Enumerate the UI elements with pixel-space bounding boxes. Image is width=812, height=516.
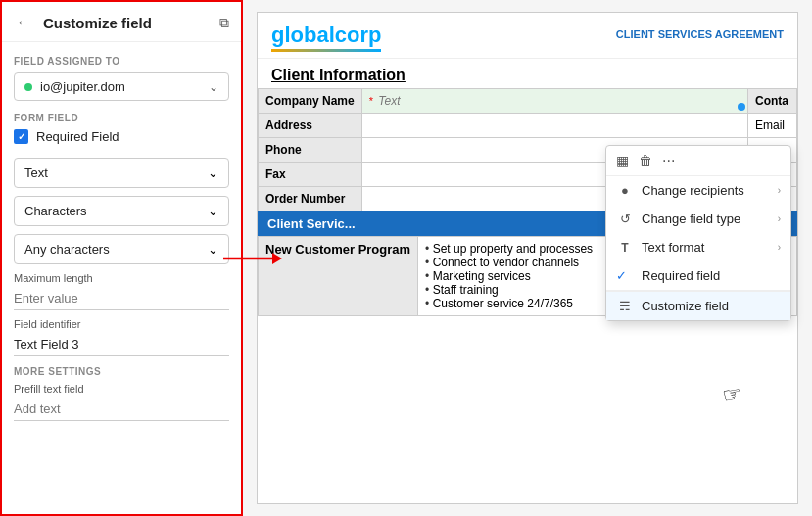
table-row: Company Name * Text Conta — [259, 89, 797, 114]
doc-header: globalcorp CLIENT SERVICES AGREEMENT — [258, 13, 797, 59]
field-identifier-label: Field identifier — [14, 318, 229, 330]
required-field-label: Required Field — [36, 129, 119, 144]
any-characters-dropdown[interactable]: Any characters ⌄ — [14, 234, 229, 264]
text-format-chevron-icon: › — [778, 242, 781, 253]
back-button[interactable]: ← — [12, 12, 35, 33]
more-options-icon[interactable]: ··· — [662, 152, 675, 169]
cursor-hand-icon: ☞ — [721, 380, 744, 408]
panel-header: ← Customize field ⧉ — [2, 2, 241, 42]
change-field-type-item[interactable]: ↺ Change field type › — [606, 205, 790, 233]
phone-field: Phone — [259, 138, 362, 163]
panel-content: FIELD ASSIGNED TO io@jupiter.dom ⌄ FORM … — [2, 42, 241, 514]
recipients-icon: ● — [616, 183, 634, 198]
field-assigned-value: io@jupiter.dom — [40, 79, 209, 94]
text-format-label: Text format — [642, 240, 704, 255]
copy-icon[interactable]: ⧉ — [219, 15, 229, 31]
email-label-cell: Email — [748, 114, 797, 138]
required-star: * — [369, 95, 373, 107]
any-characters-chevron-icon: ⌄ — [208, 242, 218, 257]
logo-global: global — [271, 23, 335, 47]
field-assigned-label: FIELD ASSIGNED TO — [14, 56, 229, 67]
characters-dropdown[interactable]: Characters ⌄ — [14, 196, 229, 226]
change-recipients-label: Change recipients — [642, 183, 744, 198]
svg-marker-1 — [272, 253, 282, 264]
text-format-item[interactable]: T Text format › — [606, 233, 790, 261]
chevron-down-icon: ⌄ — [209, 80, 218, 94]
field-type-icon: ↺ — [616, 211, 634, 226]
company-name-value[interactable]: * Text — [361, 89, 747, 114]
field-handle[interactable] — [738, 103, 745, 111]
more-settings-label: MORE SETTINGS — [14, 366, 229, 377]
recipients-chevron-icon: › — [778, 185, 781, 196]
field-identifier-input[interactable] — [14, 333, 229, 356]
main-container: ← Customize field ⧉ FIELD ASSIGNED TO io… — [0, 0, 812, 516]
max-length-input[interactable] — [14, 287, 229, 310]
order-number-field: Order Number — [259, 187, 362, 211]
prefill-group: Prefill text field — [14, 383, 229, 421]
max-length-label: Maximum length — [14, 272, 229, 284]
form-field-label: FORM FIELD — [14, 113, 229, 123]
contact-label: Conta — [748, 89, 797, 114]
text-dropdown[interactable]: Text ⌄ — [14, 158, 229, 188]
context-menu: ▦ 🗑 ··· ● Change recipients › ↺ Change f… — [605, 145, 791, 321]
doc-title: CLIENT SERVICES AGREEMENT — [616, 23, 784, 40]
client-info-title: Client Information — [258, 59, 797, 88]
required-field-item[interactable]: ✓ Required field — [606, 261, 790, 290]
field-identifier-group: Field identifier — [14, 318, 229, 356]
customize-field-label: Customize field — [642, 299, 729, 313]
context-menu-toolbar: ▦ 🗑 ··· — [606, 146, 790, 176]
text-field-label: Text — [378, 94, 400, 108]
logo-corp: corp — [335, 23, 382, 47]
status-dot — [24, 83, 32, 91]
logo-area: globalcorp — [271, 23, 381, 52]
left-panel: ← Customize field ⧉ FIELD ASSIGNED TO io… — [0, 0, 243, 516]
any-characters-label: Any characters — [24, 242, 110, 257]
company-name-field: Company Name — [259, 89, 362, 114]
field-type-chevron-icon: › — [778, 213, 781, 224]
logo-underline — [271, 49, 381, 52]
text-dropdown-label: Text — [24, 165, 48, 180]
logo-text: globalcorp — [271, 23, 381, 48]
change-field-type-label: Change field type — [642, 211, 740, 226]
change-recipients-item[interactable]: ● Change recipients › — [606, 176, 790, 205]
required-field-row: Required Field — [14, 129, 229, 144]
characters-chevron-icon: ⌄ — [208, 204, 218, 218]
arrange-icon[interactable]: ▦ — [616, 153, 629, 168]
required-checkbox[interactable] — [14, 129, 28, 144]
characters-dropdown-label: Characters — [24, 204, 87, 218]
red-arrow-indicator — [223, 249, 282, 268]
address-value — [361, 114, 747, 138]
customize-field-item[interactable]: ☴ Customize field — [606, 291, 790, 320]
address-field: Address — [259, 114, 362, 138]
table-row: Address Email — [259, 114, 797, 138]
prefill-label: Prefill text field — [14, 383, 229, 395]
panel-title: Customize field — [43, 15, 152, 31]
prefill-input[interactable] — [14, 398, 229, 421]
fax-field: Fax — [259, 163, 362, 187]
customize-field-icon: ☴ — [616, 299, 634, 313]
right-panel: globalcorp CLIENT SERVICES AGREEMENT Cli… — [243, 0, 812, 516]
text-chevron-icon: ⌄ — [208, 165, 218, 180]
text-format-icon: T — [616, 241, 634, 255]
max-length-group: Maximum length — [14, 272, 229, 310]
field-assigned-dropdown[interactable]: io@jupiter.dom ⌄ — [14, 72, 229, 101]
required-field-menu-label: Required field — [642, 268, 720, 283]
delete-icon[interactable]: 🗑 — [639, 153, 652, 168]
required-field-check-icon: ✓ — [616, 268, 634, 283]
